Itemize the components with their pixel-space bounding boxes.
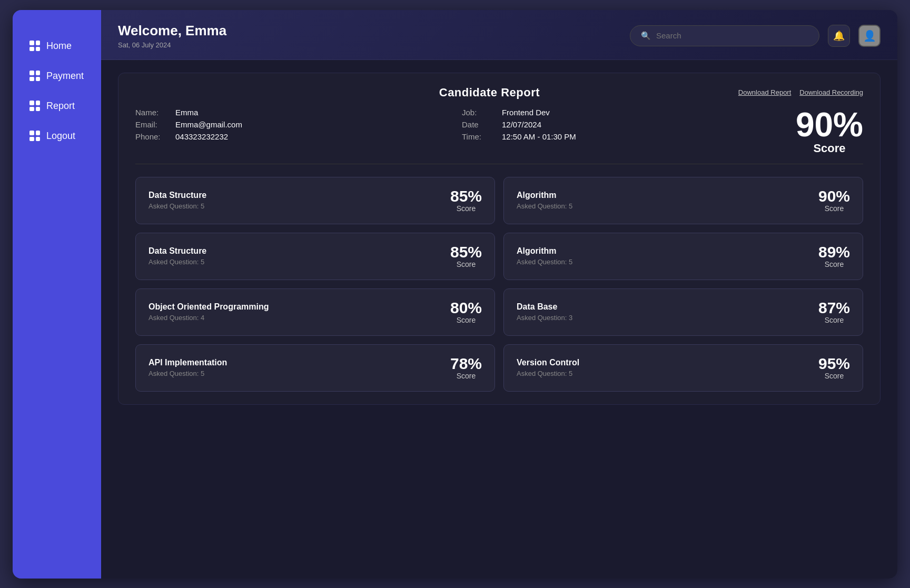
name-label: Name: xyxy=(135,108,167,117)
score-card-percent: 85% xyxy=(450,244,482,260)
sidebar-item-home[interactable]: Home xyxy=(17,32,97,60)
report-area: Candidate Report Download Report Downloa… xyxy=(101,60,897,579)
main-content: Welcome, Emma Sat, 06 July 2024 🔍 🔔 👤 xyxy=(101,10,897,579)
score-card-score: 85% Score xyxy=(450,244,482,268)
score-cards-grid: Data Structure Asked Question: 5 85% Sco… xyxy=(135,177,863,392)
score-card-score: 95% Score xyxy=(818,356,850,380)
score-card-subtitle: Asked Question: 5 xyxy=(517,370,579,377)
score-card-title: Data Structure xyxy=(149,246,206,256)
phone-label: Phone: xyxy=(135,132,167,141)
score-card-title: Version Control xyxy=(517,358,579,367)
header: Welcome, Emma Sat, 06 July 2024 🔍 🔔 👤 xyxy=(101,10,897,60)
overall-score-percent: 90% xyxy=(796,108,863,142)
sidebar-item-logout-label: Logout xyxy=(46,131,75,142)
search-box[interactable]: 🔍 xyxy=(630,25,819,46)
candidate-job-row: Job: Frontend Dev xyxy=(462,108,576,117)
search-icon: 🔍 xyxy=(641,31,651,41)
report-actions: Download Report Download Recording xyxy=(738,88,863,96)
score-card-left: Algorithm Asked Question: 5 xyxy=(517,191,572,210)
score-card-score: 90% Score xyxy=(818,188,850,213)
score-card: Data Structure Asked Question: 5 85% Sco… xyxy=(135,233,495,280)
score-card-title: API Implementation xyxy=(149,358,227,367)
app-container: Home Payment Report Logout Welcome, Emma xyxy=(13,10,897,579)
score-card-title: Algorithm xyxy=(517,246,572,256)
score-card-score-label: Score xyxy=(818,260,850,268)
payment-icon xyxy=(29,71,40,81)
name-value: Emma xyxy=(175,108,198,117)
sidebar-item-report-label: Report xyxy=(46,101,75,112)
score-card-score: 89% Score xyxy=(818,244,850,268)
score-card-percent: 87% xyxy=(818,300,850,316)
candidate-info: Name: Emma Email: Emma@gmail.com Phone: … xyxy=(135,108,863,164)
score-card-score-label: Score xyxy=(818,372,850,380)
score-card-title: Algorithm xyxy=(517,191,572,200)
avatar[interactable]: 👤 xyxy=(858,25,881,47)
time-label: Time: xyxy=(462,132,493,141)
job-label: Job: xyxy=(462,108,493,117)
score-card-title: Object Oriented Programming xyxy=(149,302,269,312)
report-title: Candidate Report xyxy=(241,86,738,99)
job-value: Frontend Dev xyxy=(502,108,550,117)
score-card-left: Object Oriented Programming Asked Questi… xyxy=(149,302,269,322)
score-card-score: 85% Score xyxy=(450,188,482,213)
sidebar-item-payment-label: Payment xyxy=(46,71,84,82)
score-card-subtitle: Asked Question: 4 xyxy=(149,314,269,322)
score-card-percent: 80% xyxy=(450,300,482,316)
avatar-image: 👤 xyxy=(863,29,876,42)
email-value: Emma@gmail.com xyxy=(175,120,242,129)
date-label: Date xyxy=(462,120,493,129)
candidate-email-row: Email: Emma@gmail.com xyxy=(135,120,242,129)
score-card-score: 80% Score xyxy=(450,300,482,324)
score-card-title: Data Structure xyxy=(149,191,206,200)
candidate-info-center: Job: Frontend Dev Date 12/07/2024 Time: … xyxy=(462,108,576,141)
download-report-link[interactable]: Download Report xyxy=(738,88,791,96)
candidate-phone-row: Phone: 043323232232 xyxy=(135,132,242,141)
score-card-percent: 89% xyxy=(818,244,850,260)
score-card-score-label: Score xyxy=(450,372,482,380)
header-date: Sat, 06 July 2024 xyxy=(118,41,226,49)
score-card: Algorithm Asked Question: 5 89% Score xyxy=(503,233,863,280)
score-card-subtitle: Asked Question: 5 xyxy=(149,202,206,210)
score-card-score-label: Score xyxy=(450,260,482,268)
score-card-percent: 78% xyxy=(450,356,482,372)
sidebar-item-logout[interactable]: Logout xyxy=(17,122,97,150)
time-value: 12:50 AM - 01:30 PM xyxy=(502,132,576,141)
search-input[interactable] xyxy=(656,31,808,40)
download-recording-link[interactable]: Download Recording xyxy=(799,88,863,96)
score-card-left: Version Control Asked Question: 5 xyxy=(517,358,579,377)
score-card-percent: 90% xyxy=(818,188,850,204)
overall-score-display: 90% Score xyxy=(796,108,863,155)
home-icon xyxy=(29,41,40,51)
score-card: Algorithm Asked Question: 5 90% Score xyxy=(503,177,863,224)
score-card-subtitle: Asked Question: 5 xyxy=(517,202,572,210)
logout-icon xyxy=(29,131,40,141)
candidate-name-row: Name: Emma xyxy=(135,108,242,117)
score-card-score: 87% Score xyxy=(818,300,850,324)
sidebar-item-report[interactable]: Report xyxy=(17,92,97,120)
report-icon xyxy=(29,101,40,111)
score-card: API Implementation Asked Question: 5 78%… xyxy=(135,344,495,392)
candidate-time-row: Time: 12:50 AM - 01:30 PM xyxy=(462,132,576,141)
bell-icon: 🔔 xyxy=(833,30,845,42)
score-card-left: API Implementation Asked Question: 5 xyxy=(149,358,227,377)
score-card-score: 78% Score xyxy=(450,356,482,380)
report-header: Candidate Report Download Report Downloa… xyxy=(135,86,863,99)
header-right: 🔍 🔔 👤 xyxy=(630,25,881,47)
score-card: Data Structure Asked Question: 5 85% Sco… xyxy=(135,177,495,224)
score-card-left: Data Structure Asked Question: 5 xyxy=(149,191,206,210)
sidebar-item-home-label: Home xyxy=(46,41,72,52)
sidebar: Home Payment Report Logout xyxy=(13,10,101,579)
score-card-subtitle: Asked Question: 5 xyxy=(517,258,572,266)
score-card: Object Oriented Programming Asked Questi… xyxy=(135,288,495,336)
score-card-left: Algorithm Asked Question: 5 xyxy=(517,246,572,266)
score-card-percent: 85% xyxy=(450,188,482,204)
candidate-info-left: Name: Emma Email: Emma@gmail.com Phone: … xyxy=(135,108,242,141)
notification-button[interactable]: 🔔 xyxy=(828,25,850,47)
sidebar-item-payment[interactable]: Payment xyxy=(17,62,97,90)
candidate-date-row: Date 12/07/2024 xyxy=(462,120,576,129)
score-card-title: Data Base xyxy=(517,302,572,312)
score-card-subtitle: Asked Question: 5 xyxy=(149,370,227,377)
score-card-left: Data Structure Asked Question: 5 xyxy=(149,246,206,266)
date-value: 12/07/2024 xyxy=(502,120,541,129)
score-card-score-label: Score xyxy=(450,204,482,213)
